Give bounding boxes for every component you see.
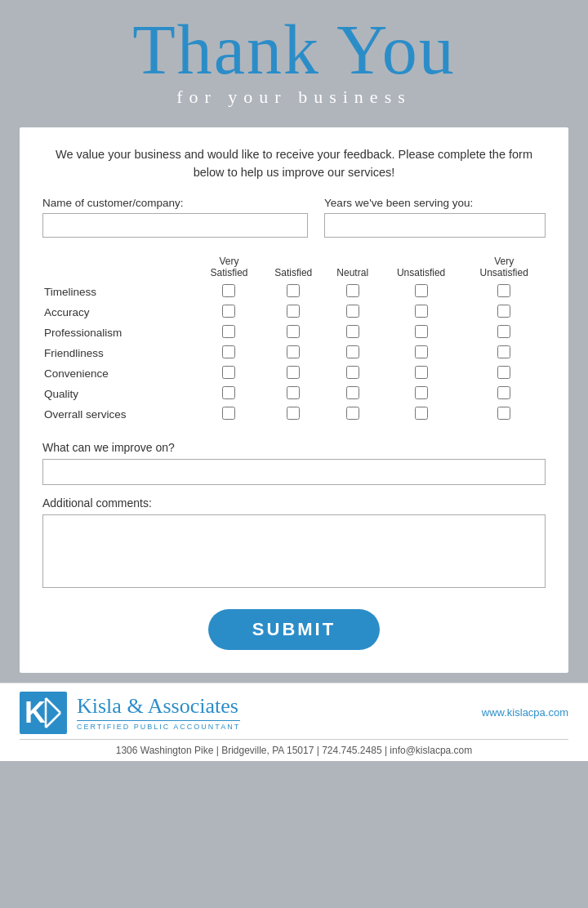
rating-checkbox-cell[interactable] (326, 323, 380, 343)
svg-text:K: K (24, 696, 46, 729)
rating-checkbox-cell[interactable] (462, 404, 546, 425)
rating-checkbox[interactable] (415, 305, 428, 318)
customer-label: Name of customer/company: (42, 197, 308, 209)
rating-checkbox[interactable] (497, 325, 510, 338)
feedback-form: We value your business and would like to… (20, 127, 568, 673)
rating-checkbox-cell[interactable] (380, 363, 463, 384)
rating-checkbox-cell[interactable] (380, 282, 463, 302)
rating-checkbox-cell[interactable] (261, 282, 326, 302)
rating-checkbox[interactable] (497, 386, 510, 399)
rating-row-label: Overrall services (42, 404, 197, 425)
rating-checkbox-cell[interactable] (462, 302, 546, 323)
rating-checkbox-cell[interactable] (380, 343, 463, 363)
logo-name: Kisla & Associates (77, 695, 240, 719)
rating-checkbox-cell[interactable] (261, 343, 326, 363)
rating-row-label: Quality (42, 384, 197, 404)
kisla-logo-icon: K (20, 692, 67, 734)
rating-checkbox[interactable] (346, 386, 359, 399)
rating-checkbox[interactable] (346, 345, 359, 358)
submit-button[interactable]: SUBMIT (208, 609, 380, 650)
rating-checkbox-cell[interactable] (380, 404, 463, 425)
rating-checkbox-cell[interactable] (326, 404, 380, 425)
years-input[interactable] (324, 213, 546, 238)
years-label: Years we've been serving you: (324, 197, 546, 209)
logo-left: K Kisla & Associates CERTIFIED PUBLIC AC… (20, 692, 240, 734)
rating-checkbox-cell[interactable] (380, 384, 463, 404)
rating-checkbox-cell[interactable] (326, 343, 380, 363)
rating-checkbox[interactable] (415, 325, 428, 338)
col-header-very-satisfied: Very Satisfied (197, 256, 261, 282)
rating-checkbox-cell[interactable] (197, 323, 261, 343)
rating-checkbox-cell[interactable] (261, 302, 326, 323)
comments-input[interactable] (42, 514, 546, 588)
top-fields-row: Name of customer/company: Years we've be… (42, 197, 546, 238)
table-row: Quality (42, 384, 546, 404)
rating-checkbox[interactable] (222, 325, 235, 338)
rating-checkbox[interactable] (346, 325, 359, 338)
ratings-section: Very Satisfied Satisfied Neutral Unsatis… (42, 256, 546, 425)
rating-checkbox-cell[interactable] (326, 282, 380, 302)
col-header-neutral: Neutral (326, 256, 380, 282)
ratings-table: Very Satisfied Satisfied Neutral Unsatis… (42, 256, 546, 425)
rating-checkbox[interactable] (415, 345, 428, 358)
comments-label: Additional comments: (42, 496, 546, 510)
intro-text: We value your business and would like to… (42, 145, 546, 182)
rating-checkbox-cell[interactable] (462, 343, 546, 363)
rating-checkbox-cell[interactable] (197, 343, 261, 363)
rating-checkbox-cell[interactable] (197, 282, 261, 302)
rating-checkbox[interactable] (497, 366, 510, 379)
rating-checkbox[interactable] (415, 366, 428, 379)
rating-checkbox-cell[interactable] (197, 404, 261, 425)
rating-checkbox-cell[interactable] (261, 323, 326, 343)
rating-checkbox[interactable] (415, 386, 428, 399)
rating-checkbox[interactable] (346, 366, 359, 379)
rating-checkbox[interactable] (497, 345, 510, 358)
improve-input[interactable] (42, 459, 546, 485)
rating-checkbox-cell[interactable] (380, 302, 463, 323)
rating-checkbox-cell[interactable] (197, 384, 261, 404)
rating-checkbox[interactable] (415, 284, 428, 297)
years-field-group: Years we've been serving you: (324, 197, 546, 238)
rating-checkbox-cell[interactable] (197, 302, 261, 323)
rating-checkbox[interactable] (497, 407, 510, 420)
rating-checkbox[interactable] (346, 407, 359, 420)
rating-checkbox-cell[interactable] (261, 404, 326, 425)
rating-checkbox-cell[interactable] (462, 384, 546, 404)
table-row: Overrall services (42, 404, 546, 425)
rating-checkbox-cell[interactable] (462, 282, 546, 302)
rating-checkbox-cell[interactable] (462, 323, 546, 343)
rating-checkbox-cell[interactable] (326, 384, 380, 404)
rating-checkbox[interactable] (346, 305, 359, 318)
rating-checkbox[interactable] (222, 305, 235, 318)
improve-label: What can we improve on? (42, 441, 546, 454)
rating-checkbox[interactable] (222, 284, 235, 297)
rating-checkbox[interactable] (287, 386, 300, 399)
rating-checkbox-cell[interactable] (261, 363, 326, 384)
rating-row-label: Friendliness (42, 343, 197, 363)
rating-checkbox[interactable] (346, 284, 359, 297)
rating-checkbox[interactable] (287, 325, 300, 338)
customer-input[interactable] (42, 213, 308, 238)
rating-checkbox[interactable] (415, 407, 428, 420)
col-header-unsatisfied: Unsatisfied (380, 256, 463, 282)
rating-checkbox[interactable] (287, 305, 300, 318)
rating-row-label: Accuracy (42, 302, 197, 323)
rating-checkbox[interactable] (497, 284, 510, 297)
rating-row-label: Convenience (42, 363, 197, 384)
rating-checkbox[interactable] (222, 345, 235, 358)
rating-checkbox-cell[interactable] (326, 363, 380, 384)
rating-checkbox[interactable] (287, 407, 300, 420)
rating-checkbox-cell[interactable] (326, 302, 380, 323)
rating-checkbox-cell[interactable] (261, 384, 326, 404)
rating-checkbox[interactable] (222, 386, 235, 399)
rating-checkbox[interactable] (287, 366, 300, 379)
rating-checkbox[interactable] (287, 284, 300, 297)
rating-checkbox[interactable] (222, 366, 235, 379)
rating-checkbox[interactable] (287, 345, 300, 358)
rating-checkbox-cell[interactable] (462, 363, 546, 384)
table-row: Timeliness (42, 282, 546, 302)
rating-checkbox-cell[interactable] (380, 323, 463, 343)
rating-checkbox[interactable] (222, 407, 235, 420)
rating-checkbox[interactable] (497, 305, 510, 318)
rating-checkbox-cell[interactable] (197, 363, 261, 384)
